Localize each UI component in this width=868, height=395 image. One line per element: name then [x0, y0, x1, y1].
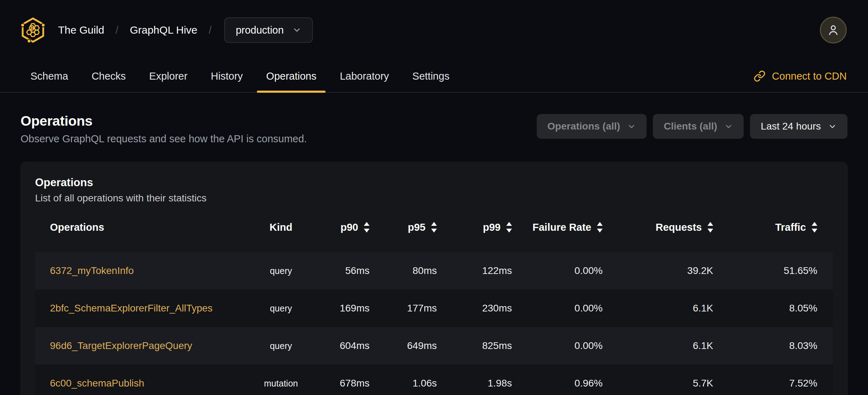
main-content: Operations Observe GraphQL requests and …: [0, 93, 868, 395]
cell-name: 96d6_TargetExplorerPageQuery: [35, 340, 244, 351]
cell-p99: 230ms: [437, 303, 512, 314]
cell-requests: 6.1K: [603, 340, 713, 351]
column-header-p90[interactable]: p90: [318, 222, 370, 233]
operations-filter-label: Operations (all): [547, 121, 620, 132]
table-row: 96d6_TargetExplorerPageQueryquery604ms64…: [35, 327, 833, 365]
tab-explorer[interactable]: Explorer: [140, 60, 197, 92]
card-subtitle: List of all operations with their statis…: [35, 193, 833, 204]
cell-traffic: 7.52%: [713, 378, 817, 389]
nav-tabs: SchemaChecksExplorerHistoryOperationsLab…: [21, 60, 464, 92]
column-label: p95: [408, 222, 425, 233]
clients-filter-dropdown[interactable]: Clients (all): [653, 114, 744, 139]
link-icon: [754, 70, 766, 82]
cell-kind: query: [244, 341, 318, 351]
nav-tabs-bar: SchemaChecksExplorerHistoryOperationsLab…: [0, 60, 868, 93]
top-bar: The Guild / GraphQL Hive / production: [0, 0, 868, 60]
cell-failure_rate: 0.00%: [512, 340, 603, 351]
operation-link[interactable]: 6c00_schemaPublish: [50, 378, 144, 389]
user-menu-button[interactable]: [820, 17, 847, 44]
breadcrumb: The Guild / GraphQL Hive /: [58, 24, 212, 36]
cell-failure_rate: 0.00%: [512, 303, 603, 314]
column-header-failure_rate[interactable]: Failure Rate: [512, 222, 603, 233]
hive-logo[interactable]: [21, 17, 45, 43]
table-row: 6c00_schemaPublishmutation678ms1.06s1.98…: [35, 365, 833, 395]
period-filter-dropdown[interactable]: Last 24 hours: [750, 114, 847, 139]
cell-failure_rate: 0.96%: [512, 378, 603, 389]
hive-logo-icon: [21, 17, 45, 43]
cell-p99: 1.98s: [437, 378, 512, 389]
cell-kind: mutation: [244, 378, 318, 389]
cell-failure_rate: 0.00%: [512, 265, 603, 276]
column-label: Requests: [655, 222, 702, 233]
cell-p90: 678ms: [318, 378, 370, 389]
cell-name: 2bfc_SchemaExplorerFilter_AllTypes: [35, 303, 244, 314]
sort-icon: [708, 222, 713, 233]
cell-name: 6372_myTokenInfo: [35, 265, 244, 276]
cell-traffic: 51.65%: [713, 265, 817, 276]
sort-icon: [431, 222, 437, 233]
column-label: Failure Rate: [532, 222, 591, 233]
operations-filter-dropdown[interactable]: Operations (all): [537, 114, 647, 139]
page-subtitle: Observe GraphQL requests and see how the…: [21, 133, 307, 145]
operations-table: OperationsKindp90p95p99Failure RateReque…: [35, 214, 833, 395]
cell-p99: 122ms: [437, 265, 512, 276]
column-header-p99[interactable]: p99: [437, 222, 512, 233]
sort-icon: [506, 222, 512, 233]
tab-checks[interactable]: Checks: [82, 60, 135, 92]
sort-icon: [597, 222, 603, 233]
period-filter-label: Last 24 hours: [761, 121, 821, 132]
column-label: p90: [340, 222, 358, 233]
cell-kind: query: [244, 266, 318, 276]
cell-p95: 1.06s: [370, 378, 437, 389]
cell-requests: 5.7K: [603, 378, 713, 389]
tab-history[interactable]: History: [202, 60, 252, 92]
cell-p95: 649ms: [370, 340, 437, 351]
table-row: 6372_myTokenInfoquery56ms80ms122ms0.00%3…: [35, 252, 833, 290]
column-header-traffic[interactable]: Traffic: [713, 222, 817, 233]
chevron-down-icon: [828, 122, 837, 131]
operation-link[interactable]: 2bfc_SchemaExplorerFilter_AllTypes: [50, 303, 213, 314]
sort-icon: [364, 222, 370, 233]
cell-p90: 169ms: [318, 303, 370, 314]
breadcrumb-project[interactable]: GraphQL Hive: [130, 24, 197, 36]
operation-link[interactable]: 6372_myTokenInfo: [50, 265, 134, 276]
clients-filter-label: Clients (all): [664, 121, 717, 132]
table-header-row: OperationsKindp90p95p99Failure RateReque…: [35, 214, 833, 240]
connect-to-cdn-label: Connect to CDN: [772, 70, 847, 82]
breadcrumb-org[interactable]: The Guild: [58, 24, 104, 36]
column-label: Kind: [270, 222, 292, 233]
cell-p90: 56ms: [318, 265, 370, 276]
tab-schema[interactable]: Schema: [21, 60, 77, 92]
chevron-down-icon: [724, 122, 733, 131]
cell-p95: 177ms: [370, 303, 437, 314]
breadcrumb-separator: /: [209, 24, 212, 36]
sort-icon: [812, 222, 817, 233]
chevron-down-icon: [292, 25, 301, 35]
cell-p95: 80ms: [370, 265, 437, 276]
connect-to-cdn-button[interactable]: Connect to CDN: [754, 70, 847, 82]
tab-settings[interactable]: Settings: [403, 60, 459, 92]
cell-traffic: 8.03%: [713, 340, 817, 351]
user-icon: [827, 23, 840, 37]
chevron-down-icon: [627, 122, 636, 131]
table-row: 2bfc_SchemaExplorerFilter_AllTypesquery1…: [35, 290, 833, 327]
tab-operations[interactable]: Operations: [257, 60, 326, 92]
tab-laboratory[interactable]: Laboratory: [331, 60, 398, 92]
cell-p90: 604ms: [318, 340, 370, 351]
column-header-requests[interactable]: Requests: [603, 222, 713, 233]
cell-kind: query: [244, 303, 318, 314]
cell-requests: 39.2K: [603, 265, 713, 276]
column-header-name: Operations: [35, 222, 244, 233]
cell-p99: 825ms: [437, 340, 512, 351]
table-header-spacer: [35, 240, 833, 252]
target-selector-label: production: [236, 24, 283, 36]
table-body: 6372_myTokenInfoquery56ms80ms122ms0.00%3…: [35, 252, 833, 395]
operation-link[interactable]: 96d6_TargetExplorerPageQuery: [50, 340, 192, 351]
column-header-kind: Kind: [244, 222, 318, 233]
target-selector-dropdown[interactable]: production: [224, 17, 312, 43]
column-label: Operations: [50, 222, 104, 233]
column-label: Traffic: [775, 222, 806, 233]
breadcrumb-separator: /: [115, 24, 118, 36]
column-header-p95[interactable]: p95: [370, 222, 437, 233]
column-label: p99: [483, 222, 501, 233]
